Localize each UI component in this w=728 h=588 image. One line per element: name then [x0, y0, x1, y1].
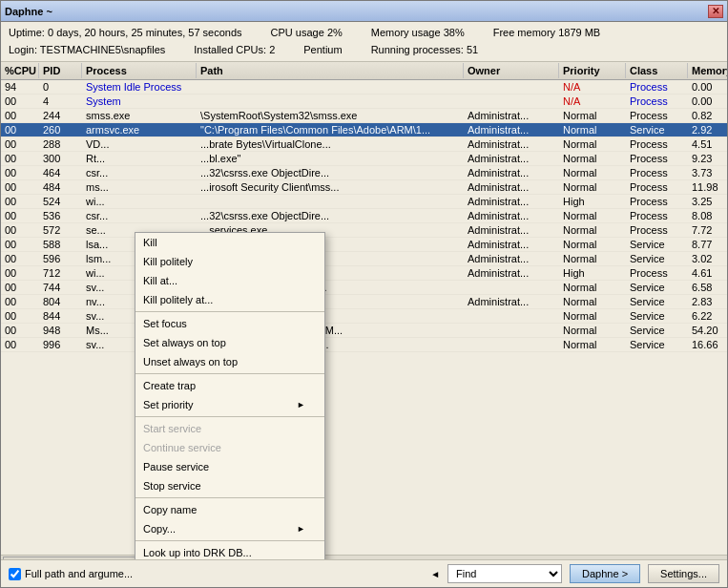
menu-separator [135, 540, 324, 541]
cpu-info: CPU usage 2% [271, 25, 343, 42]
table-row[interactable]: 00572se......services.exeAdministrat...N… [1, 223, 727, 238]
table-row[interactable]: 00744sv......svchost.exe -k DcomLa...Nor… [1, 281, 727, 295]
cell-cpu: 94 [1, 80, 39, 94]
cell-path [197, 80, 464, 94]
menu-separator [135, 373, 324, 374]
table-row[interactable]: 00 244 smss.exe \SystemRoot\System32\sms… [1, 109, 727, 123]
cell-memory: 2.92 [688, 123, 727, 136]
menu-item-set-always-on-top[interactable]: Set always on top [135, 333, 324, 352]
pentium-info: Pentium [303, 42, 342, 59]
table-row[interactable]: 00 260 armsvc.exe "C:\Program Files\Comm… [1, 123, 727, 137]
menu-separator [135, 416, 324, 417]
cell-owner: Administrat... [464, 109, 559, 122]
menu-separator [135, 311, 324, 312]
menu-item-lookup-drk[interactable]: Look up into DRK DB... [135, 543, 324, 559]
table-row[interactable]: 00536csr......32\csrss.exe ObjectDire...… [1, 209, 727, 223]
menu-item-stop-service[interactable]: Stop service [135, 476, 324, 495]
free-memory-info: Free memory 1879 MB [493, 25, 601, 42]
fullpath-checkbox-label[interactable]: Full path and argume... [9, 568, 423, 580]
menu-separator [135, 497, 324, 498]
col-class: Class [626, 63, 688, 78]
uptime-info: Uptime: 0 days, 20 hours, 25 minutes, 57… [9, 25, 242, 42]
table-row[interactable]: 00524wi...Administrat...HighProcess3.25 [1, 195, 727, 209]
menu-item-kill-at[interactable]: Kill at... [135, 271, 324, 290]
col-path: Path [197, 63, 464, 78]
settings-button[interactable]: Settings... [648, 564, 719, 583]
process-table-body[interactable]: 94 0 System Idle Process N/A Process 0.0… [1, 80, 727, 532]
menu-item-copy-name[interactable]: Copy name [135, 500, 324, 519]
cell-priority: N/A [559, 94, 626, 108]
cell-cpu: 00 [1, 109, 39, 122]
table-row[interactable]: 00844sv......svchost.exe -k RPCSSNormalS… [1, 309, 727, 324]
cell-priority: N/A [559, 80, 626, 94]
cell-class: Process [626, 109, 688, 122]
table-row[interactable]: 94 0 System Idle Process N/A Process 0.0… [1, 80, 727, 94]
info-row-1: Uptime: 0 days, 20 hours, 25 minutes, 57… [9, 25, 719, 42]
cell-cpu: 00 [1, 94, 39, 108]
menu-item-continue-service: Continue service [135, 438, 324, 457]
submenu-arrow-icon: ► [297, 400, 305, 410]
submenu-arrow-icon: ► [297, 524, 305, 534]
cell-class: Process [626, 94, 688, 108]
cpu-count-info: Installed CPUs: 2 [194, 42, 275, 59]
cell-path: \SystemRoot\System32\smss.exe [197, 109, 464, 122]
cell-process: smss.exe [82, 109, 197, 122]
info-bar: Uptime: 0 days, 20 hours, 25 minutes, 57… [1, 22, 727, 62]
table-row[interactable]: 00804nv......nvvsvc.exeAdministrat...Nor… [1, 295, 727, 309]
cell-class: Service [626, 123, 688, 136]
cell-cpu: 00 [1, 123, 39, 136]
table-row[interactable]: 00484ms......irosoft Security Client\mss… [1, 180, 727, 195]
menu-item-set-focus[interactable]: Set focus [135, 314, 324, 333]
col-priority: Priority [559, 63, 626, 78]
cell-pid: 244 [39, 109, 82, 122]
table-body-wrapper: 94 0 System Idle Process N/A Process 0.0… [1, 80, 727, 555]
menu-item-create-trap[interactable]: Create trap [135, 376, 324, 395]
find-dropdown[interactable]: Find [447, 564, 562, 583]
table-row[interactable]: 00712wi...Administrat...HighProcess4.61 [1, 266, 727, 281]
menu-item-kill-politely-at[interactable]: Kill politely at... [135, 290, 324, 309]
close-button[interactable]: ✕ [708, 5, 723, 18]
table-row[interactable]: 00464csr......32\csrss.exe ObjectDire...… [1, 166, 727, 180]
title-bar: Daphne ~ ✕ [1, 1, 727, 22]
menu-item-pause-service[interactable]: Pause service [135, 457, 324, 476]
running-processes-info: Running processes: 51 [371, 42, 479, 59]
col-owner: Owner [464, 63, 559, 78]
cell-class: Process [626, 80, 688, 94]
cell-priority: Normal [559, 109, 626, 122]
table-row[interactable]: 00588lsa......lsass.exeAdministrat...Nor… [1, 238, 727, 252]
cell-pid: 4 [39, 94, 82, 108]
cell-owner [464, 94, 559, 108]
cell-path [197, 94, 464, 108]
horizontal-scrollbar[interactable] [1, 555, 727, 559]
login-info: Login: TESTMACHINE5\snapfiles [9, 42, 165, 59]
memory-info: Memory usage 38% [371, 25, 465, 42]
cell-process: System Idle Process [82, 80, 197, 94]
context-menu: Kill Kill politely Kill at... Kill polit… [135, 232, 325, 559]
cell-owner: Administrat... [464, 123, 559, 136]
daphne-button[interactable]: Daphne > [570, 564, 640, 583]
table-row[interactable]: 00 4 System N/A Process 0.00 [1, 94, 727, 109]
window-title: Daphne ~ [5, 6, 52, 17]
fullpath-checkbox[interactable] [9, 568, 21, 580]
cell-process: armsvc.exe [82, 123, 197, 136]
menu-item-start-service: Start service [135, 419, 324, 438]
menu-item-unset-always-on-top[interactable]: Unset always on top [135, 352, 324, 371]
table-row[interactable]: 00288VD......brate Bytes\VirtualClone...… [1, 137, 727, 152]
menu-item-kill[interactable]: Kill [135, 233, 324, 252]
cell-pid: 260 [39, 123, 82, 136]
cell-owner [464, 80, 559, 94]
menu-item-copy[interactable]: Copy... ► [135, 519, 324, 538]
info-row-2: Login: TESTMACHINE5\snapfiles Installed … [9, 42, 719, 59]
cell-priority: Normal [559, 123, 626, 136]
process-table-container: %CPU PID Process Path Owner Priority Cla… [1, 62, 727, 559]
table-row[interactable]: 00996sv......svchost.exe -k LocalSer...N… [1, 338, 727, 352]
cell-pid: 0 [39, 80, 82, 94]
table-header: %CPU PID Process Path Owner Priority Cla… [1, 62, 727, 80]
menu-item-set-priority[interactable]: Set priority ► [135, 395, 324, 414]
table-row[interactable]: 00300Rt......bl.exe"Administrat...Normal… [1, 152, 727, 166]
table-row[interactable]: 00948Ms......irosoft Security Client\MsM… [1, 324, 727, 338]
cell-memory: 0.82 [688, 109, 727, 122]
table-row[interactable]: 00596lsm......lsm.exeAdministrat...Norma… [1, 252, 727, 266]
cell-path: "C:\Program Files\Common Files\Adobe\ARM… [197, 123, 464, 136]
menu-item-kill-politely[interactable]: Kill politely [135, 252, 324, 271]
